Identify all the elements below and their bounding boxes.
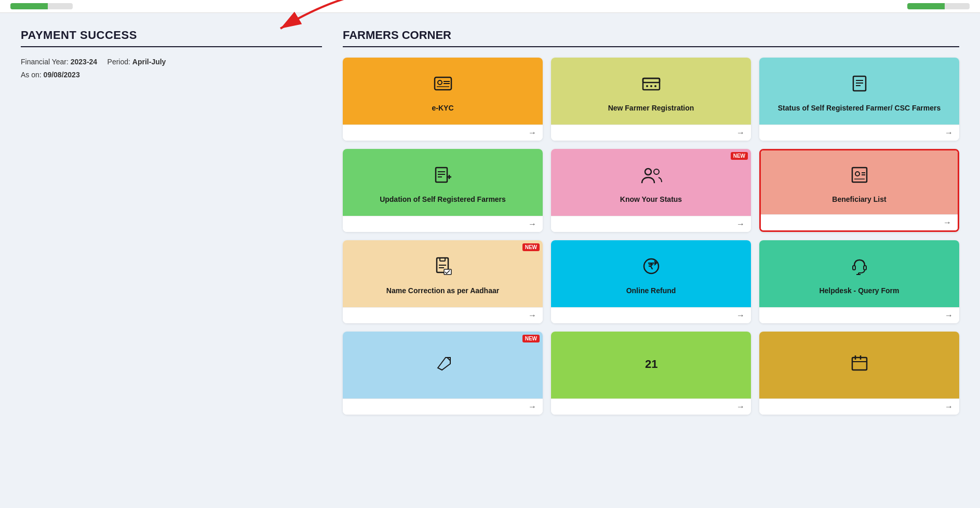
main-content: PAYMENT SUCCESS Financial Year: 2023-24 … [0,13,980,430]
card-row4-card2[interactable]: 21→ [551,332,751,415]
row4-card2-arrow[interactable]: → [551,399,751,415]
ekyc-label: e-KYC [432,103,453,114]
online-refund-arrow[interactable]: → [551,307,751,323]
financial-year-label: Financial Year: [21,58,69,66]
top-bar [0,0,980,13]
updation-self-registered-icon [433,164,453,188]
card-beneficiary-list[interactable]: Beneficiary List→ [759,149,959,232]
helpdesk-arrow[interactable]: → [759,307,959,323]
svg-point-8 [646,85,648,87]
svg-rect-36 [853,266,855,270]
card-online-refund[interactable]: ₹Online Refund→ [551,240,751,323]
status-self-registered-icon [849,73,870,97]
online-refund-label: Online Refund [626,286,676,296]
status-self-registered-label: Status of Self Registered Farmer/ CSC Fa… [778,103,941,114]
svg-rect-42 [852,358,867,370]
card-new-farmer-registration[interactable]: New Farmer Registration→ [551,58,751,141]
left-panel: PAYMENT SUCCESS Financial Year: 2023-24 … [21,29,322,415]
card-helpdesk[interactable]: Helpdesk - Query Form→ [759,240,959,323]
as-on-label: As on: [21,71,42,79]
as-on-value: 09/08/2023 [44,71,80,79]
period-label: Period: [108,58,130,66]
cards-grid: e-KYC→New Farmer Registration→Status of … [343,58,959,415]
svg-point-9 [650,85,652,87]
card-updation-self-registered[interactable]: Updation of Self Registered Farmers→ [343,149,543,232]
helpdesk-label: Helpdesk - Query Form [819,286,899,296]
farmers-corner-header: FARMERS CORNER [343,29,959,47]
new-badge-row4-card1: NEW [522,335,540,342]
new-badge-name-correction: NEW [522,243,540,251]
progress-fill-right [907,3,945,9]
new-badge-know-your-status: NEW [731,152,748,160]
svg-rect-6 [643,78,660,90]
svg-point-22 [654,169,659,174]
new-farmer-registration-arrow[interactable]: → [551,125,751,141]
card-row4-card1[interactable]: NEW→ [343,332,543,415]
progress-fill-left [10,3,48,9]
know-your-status-arrow[interactable]: → [551,216,751,232]
helpdesk-icon [849,256,870,280]
beneficiary-list-arrow[interactable]: → [761,214,958,230]
know-your-status-label: Know Your Status [620,195,682,205]
updation-self-registered-arrow[interactable]: → [343,216,543,232]
progress-bar-left [10,3,73,9]
status-self-registered-arrow[interactable]: → [759,125,959,141]
new-farmer-registration-icon [641,73,662,97]
card-status-self-registered[interactable]: Status of Self Registered Farmer/ CSC Fa… [759,58,959,141]
svg-rect-37 [864,266,866,270]
row4-card3-icon [849,352,870,376]
svg-point-21 [645,169,651,175]
ekyc-icon [433,73,453,97]
card-ekyc[interactable]: e-KYC→ [343,58,543,141]
row4-card2-icon: 21 [641,352,662,376]
row4-card1-icon [433,352,453,376]
svg-rect-7 [643,78,660,83]
beneficiary-list-label: Beneficiary List [832,195,886,205]
ekyc-arrow[interactable]: → [343,125,543,141]
svg-point-2 [438,80,442,85]
beneficiary-list-icon [849,164,870,188]
card-row4-card3[interactable]: → [759,332,959,415]
svg-rect-29 [440,258,445,261]
new-farmer-registration-label: New Farmer Registration [608,103,694,114]
svg-point-24 [855,172,860,176]
card-name-correction[interactable]: NEWName Correction as per Aadhaar→ [343,240,543,323]
payment-info: Financial Year: 2023-24 Period: April-Ju… [21,56,322,81]
right-panel: FARMERS CORNER e-KYC→New Farmer Registra… [343,29,959,415]
name-correction-icon [433,256,453,280]
farmers-corner-title: FARMERS CORNER [343,29,959,47]
name-correction-label: Name Correction as per Aadhaar [386,286,499,296]
progress-bar-right [907,3,970,9]
svg-point-10 [654,85,656,87]
financial-year-value: 2023-24 [71,58,97,66]
row4-card1-arrow[interactable]: → [343,399,543,415]
card-know-your-status[interactable]: NEWKnow Your Status→ [551,149,751,232]
svg-text:21: 21 [645,358,657,370]
row4-card3-arrow[interactable]: → [759,399,959,415]
period-value: April-July [132,58,166,66]
online-refund-icon: ₹ [641,256,662,280]
name-correction-arrow[interactable]: → [343,307,543,323]
updation-self-registered-label: Updation of Self Registered Farmers [380,195,506,205]
know-your-status-icon [640,164,663,188]
